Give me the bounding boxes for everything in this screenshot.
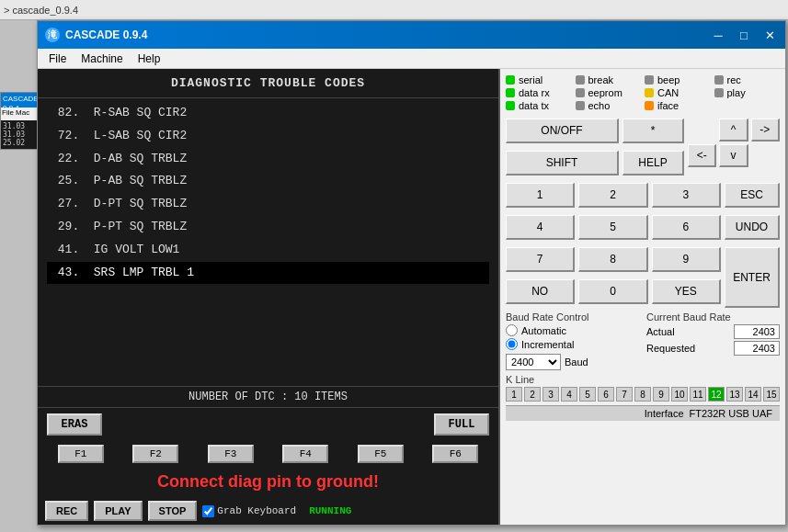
left-arrow-button[interactable]: <-	[688, 144, 716, 167]
f6-button[interactable]: F6	[432, 445, 478, 463]
auto-radio-label[interactable]: Automatic	[506, 324, 639, 336]
down-arrow-button[interactable]: v	[719, 144, 748, 167]
window-title: CASCADE 0.9.4	[65, 28, 147, 41]
num-8-button[interactable]: 8	[578, 247, 647, 272]
shift-button[interactable]: SHIFT	[506, 151, 619, 175]
baud-title: Baud Rate Control	[506, 311, 639, 323]
num-9-button[interactable]: 9	[652, 247, 721, 272]
right-arrow-button[interactable]: ->	[751, 119, 780, 141]
play-label: play	[727, 87, 746, 98]
onoff-button[interactable]: ON/OFF	[506, 119, 619, 143]
rec-indicator: rec	[714, 74, 781, 85]
undo-button[interactable]: UNDO	[725, 215, 780, 240]
eras-full-row: ERAS FULL	[38, 408, 498, 441]
num-row-2: 4 5 6	[506, 215, 721, 240]
incremental-radio-label[interactable]: Incremental	[506, 338, 639, 350]
can-led	[645, 88, 654, 97]
rec-button[interactable]: REC	[45, 501, 88, 521]
left-panel: DIAGNOSTIC TROUBLE CODES 82. R-SAB SQ CI…	[38, 69, 500, 525]
stop-button[interactable]: STOP	[148, 501, 198, 521]
esc-button[interactable]: ESC	[725, 183, 780, 208]
datatx-indicator: data tx	[506, 100, 572, 111]
warning-text: Connect diag pin to ground!	[38, 467, 498, 497]
keypad-main: ON/OFF * SHIFT HELP ^ ->	[506, 119, 780, 308]
num-row-3: 7 8 9	[506, 247, 721, 272]
eeprom-led	[576, 88, 585, 97]
minimize-button[interactable]: ─	[706, 25, 730, 45]
maximize-button[interactable]: □	[732, 25, 756, 45]
kline-3: 3	[542, 387, 559, 402]
baud-select[interactable]: 2400 4800 9600 19200	[506, 354, 561, 370]
enter-button[interactable]: ENTER	[725, 247, 780, 308]
f3-button[interactable]: F3	[208, 445, 254, 463]
f4-button[interactable]: F4	[282, 445, 328, 463]
top-btn-section: ON/OFF * SHIFT HELP ^ ->	[506, 119, 780, 179]
kline-section: K Line 1 2 3 4 5 6 7 8 9 10 11 12 13 14 …	[506, 374, 780, 402]
baud-unit-label: Baud	[565, 357, 588, 368]
menu-file[interactable]: File	[41, 51, 74, 67]
num-5-button[interactable]: 5	[578, 215, 647, 240]
num-1-button[interactable]: 1	[506, 183, 575, 208]
actual-label: Actual	[646, 326, 675, 337]
list-item: 25. P-AB SQ TRBLZ	[47, 170, 489, 193]
fkey-row: F1 F2 F3 F4 F5 F6	[38, 441, 498, 467]
close-button[interactable]: ✕	[758, 25, 782, 45]
current-baud: Current Baud Rate Actual 2403 Requested …	[646, 311, 780, 370]
kline-11: 11	[690, 387, 706, 402]
baud-section: Baud Rate Control Automatic Incremental	[506, 311, 780, 370]
actual-value: 2403	[734, 324, 780, 339]
grab-keyboard-label[interactable]: Grab Keyboard	[202, 505, 296, 517]
list-item: 82. R-SAB SQ CIR2	[47, 102, 489, 125]
full-button[interactable]: FULL	[434, 413, 489, 436]
break-label: break	[588, 74, 614, 85]
play-led	[714, 88, 724, 97]
num-7-button[interactable]: 7	[506, 247, 575, 272]
serial-led	[506, 75, 515, 85]
auto-radio[interactable]	[506, 324, 518, 336]
interface-label: Interface	[645, 408, 684, 419]
baud-radio-group: Automatic Incremental	[506, 324, 639, 350]
eeprom-label: eeprom	[588, 87, 622, 98]
dtc-list: 82. R-SAB SQ CIR2 72. L-SAB SQ CIR2 22. …	[38, 98, 498, 386]
main-window: 滝 CASCADE 0.9.4 ─ □ ✕ File Machine Help …	[37, 20, 786, 526]
datatx-label: data tx	[519, 100, 549, 111]
kline-title: K Line	[506, 374, 780, 385]
help-button[interactable]: HELP	[622, 151, 684, 175]
num-3-button[interactable]: 3	[652, 183, 721, 208]
incremental-radio[interactable]	[506, 338, 518, 350]
list-item-selected[interactable]: 43. SRS LMP TRBL 1	[47, 262, 489, 285]
rec-label: rec	[727, 74, 741, 85]
no-button[interactable]: NO	[506, 279, 575, 304]
eras-button[interactable]: ERAS	[47, 413, 102, 436]
menu-help[interactable]: Help	[131, 51, 168, 67]
grab-keyboard-checkbox[interactable]	[202, 505, 214, 517]
can-label: CAN	[657, 87, 679, 98]
kline-15: 15	[763, 387, 780, 402]
f1-button[interactable]: F1	[58, 445, 104, 463]
up-arrow-button[interactable]: ^	[719, 119, 748, 141]
requested-label: Requested	[646, 343, 695, 354]
num-0-button[interactable]: 0	[578, 279, 647, 304]
eeprom-indicator: eeprom	[576, 87, 642, 98]
serial-label: serial	[519, 74, 542, 85]
num-row-4: NO 0 YES	[506, 279, 721, 304]
breadcrumb: > cascade_0.9.4	[4, 5, 78, 16]
f2-button[interactable]: F2	[132, 445, 178, 463]
yes-button[interactable]: YES	[652, 279, 721, 304]
esc-undo-enter: ESC UNDO ENTER	[725, 183, 780, 308]
num-6-button[interactable]: 6	[652, 215, 721, 240]
bottom-controls: REC PLAY STOP Grab Keyboard RUNNING	[38, 497, 498, 525]
star-button[interactable]: *	[622, 119, 684, 143]
datarx-indicator: data rx	[506, 87, 572, 98]
beep-indicator: beep	[645, 74, 711, 85]
play-button[interactable]: PLAY	[94, 501, 142, 521]
f5-button[interactable]: F5	[358, 445, 404, 463]
numpad: 1 2 3 4 5 6 7 8	[506, 183, 721, 308]
datarx-led	[506, 88, 515, 97]
kline-10: 10	[671, 387, 688, 402]
menu-machine[interactable]: Machine	[74, 51, 130, 67]
echo-indicator: echo	[576, 100, 642, 111]
beep-label: beep	[657, 74, 680, 85]
num-2-button[interactable]: 2	[578, 183, 647, 208]
num-4-button[interactable]: 4	[506, 215, 575, 240]
